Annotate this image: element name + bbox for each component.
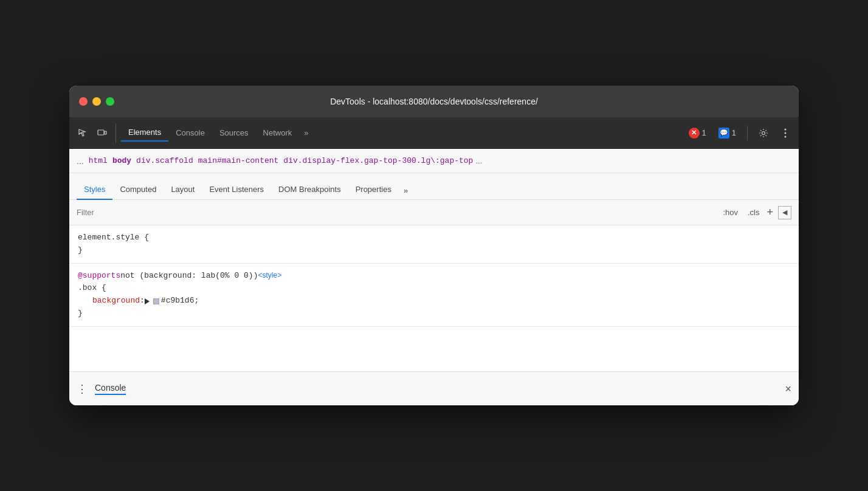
console-drawer-tab[interactable]: Console [95, 383, 126, 395]
error-count: 1 [702, 128, 706, 137]
supports-selector-line: .box { [78, 282, 790, 295]
panel-tabs-bar: Elements Console Sources Network » ✕ 1 💬… [69, 117, 799, 149]
breadcrumb-divflex[interactable]: div.display-flex.gap-top-300.lg\:gap-top [283, 156, 473, 165]
info-icon: 💬 [718, 128, 729, 139]
error-badge-button[interactable]: ✕ 1 [685, 125, 710, 141]
devtools-window: DevTools - localhost:8080/docs/devtools/… [69, 86, 799, 405]
info-count: 1 [732, 128, 736, 137]
svg-point-3 [785, 128, 787, 130]
traffic-lights [79, 97, 114, 106]
tab-console[interactable]: Console [168, 125, 212, 141]
css-panel: element.style { } @supports not (backgro… [69, 225, 799, 371]
color-expand-triangle[interactable] [145, 298, 150, 304]
inspect-icon[interactable] [74, 125, 91, 142]
settings-icon[interactable] [755, 125, 772, 142]
breadcrumb-main[interactable]: main#main-content [198, 156, 279, 165]
svg-point-5 [785, 136, 787, 137]
css-box-selector: .box { [78, 282, 106, 295]
svg-rect-1 [105, 131, 106, 134]
css-property-line: background : #c9b1d6; [78, 295, 790, 307]
info-badge-button[interactable]: 💬 1 [715, 125, 740, 141]
console-drawer-menu[interactable]: ⋮ [77, 382, 88, 396]
device-icon[interactable] [94, 125, 111, 142]
close-button[interactable] [79, 97, 88, 106]
hov-button[interactable]: :hov [720, 207, 740, 218]
css-at-rule: @supports [78, 270, 120, 283]
css-element-style-brace: } [78, 244, 83, 257]
breadcrumb-html[interactable]: html [89, 156, 108, 165]
breadcrumb-end-dots[interactable]: ... [475, 156, 482, 165]
tab-properties[interactable]: Properties [348, 180, 399, 200]
filter-input[interactable] [77, 208, 720, 217]
breadcrumb: ... html body div.scaffold main#main-con… [69, 149, 799, 173]
css-element-style-open: element.style { [78, 232, 790, 244]
breadcrumb-div-scaffold[interactable]: div.scaffold [136, 156, 193, 165]
svg-point-2 [762, 131, 765, 134]
tab-styles[interactable]: Styles [77, 180, 112, 200]
filter-actions: :hov .cls + ◀ [720, 206, 791, 219]
tab-computed[interactable]: Computed [112, 180, 164, 200]
tab-layout[interactable]: Layout [164, 180, 202, 200]
tab-dom-breakpoints[interactable]: DOM Breakpoints [271, 180, 348, 200]
tab-network[interactable]: Network [256, 125, 300, 141]
element-style-block: element.style { } [69, 225, 799, 264]
cls-button[interactable]: .cls [745, 207, 762, 218]
breadcrumb-body[interactable]: body [112, 156, 131, 165]
panel-icons [74, 123, 116, 143]
toggle-sidebar-icon[interactable]: ◀ [778, 206, 791, 219]
css-close-brace: } [78, 307, 83, 320]
tab-sources[interactable]: Sources [212, 125, 256, 141]
color-swatch[interactable] [153, 298, 159, 304]
panel-right-controls: ✕ 1 💬 1 [685, 125, 794, 142]
minimize-button[interactable] [92, 97, 101, 106]
supports-at-rule-line: @supports not (background: lab(0% 0 0)) … [78, 270, 790, 283]
supports-block: @supports not (background: lab(0% 0 0)) … [69, 264, 799, 327]
css-background-property: background [92, 295, 140, 307]
styles-tab-more-button[interactable]: » [399, 181, 413, 200]
error-icon: ✕ [689, 128, 700, 139]
console-close-button[interactable]: × [785, 383, 791, 394]
svg-point-4 [785, 132, 787, 134]
window-title: DevTools - localhost:8080/docs/devtools/… [330, 97, 538, 106]
console-drawer: ⋮ Console × [69, 371, 799, 405]
tab-event-listeners[interactable]: Event Listeners [202, 180, 271, 200]
maximize-button[interactable] [106, 97, 114, 106]
tab-elements[interactable]: Elements [121, 124, 168, 142]
css-colon: : [140, 295, 145, 307]
css-at-value: not (background: lab(0% 0 0)) [120, 270, 258, 283]
add-style-button[interactable]: + [766, 206, 773, 219]
styles-tabs-bar: Styles Computed Layout Event Listeners D… [69, 173, 799, 200]
divider [747, 126, 748, 140]
filter-bar: :hov .cls + ◀ [69, 200, 799, 225]
css-source-link[interactable]: <style> [258, 270, 281, 281]
more-options-icon[interactable] [777, 125, 794, 142]
css-color-value: #c9b1d6; [161, 295, 199, 307]
css-element-style-close: } [78, 244, 790, 257]
breadcrumb-dots[interactable]: ... [77, 156, 84, 166]
css-element-style-selector: element.style { [78, 232, 149, 244]
tab-more-button[interactable]: » [299, 125, 313, 141]
supports-close-line: } [78, 307, 790, 320]
svg-rect-0 [98, 130, 104, 135]
title-bar: DevTools - localhost:8080/docs/devtools/… [69, 86, 799, 117]
